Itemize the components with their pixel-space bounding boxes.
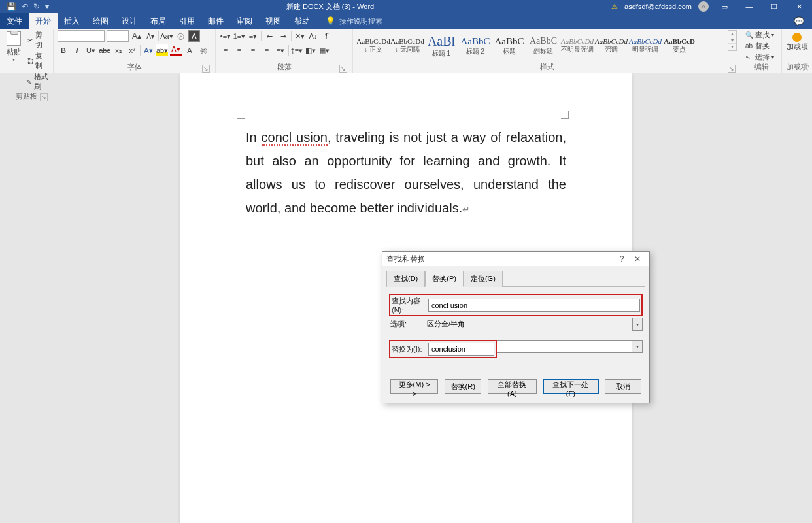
font-family-select[interactable] (58, 30, 105, 42)
tab-layout[interactable]: 布局 (144, 13, 173, 29)
collapse-ribbon-icon[interactable]: ˄ (806, 64, 809, 71)
style-heading2[interactable]: AaBbC标题 2 (459, 30, 492, 61)
dialog-launcher-icon[interactable]: ↘ (202, 65, 210, 73)
chevron-up-icon[interactable]: ▴ (728, 31, 736, 37)
find-next-button[interactable]: 查找下一处(F) (543, 379, 598, 394)
align-left-button[interactable]: ≡ (220, 44, 231, 56)
font-color-button[interactable]: A▾ (170, 44, 182, 56)
format-painter-button[interactable]: ✎格式刷 (26, 72, 49, 92)
replace-button[interactable]: ab替换 (745, 41, 770, 51)
comments-icon[interactable]: 💬 (786, 13, 812, 29)
paste-button[interactable]: 粘贴 ▾ (4, 30, 24, 64)
bullets-button[interactable]: •≡▾ (220, 30, 231, 42)
enclose-characters-button[interactable]: ㊕ (197, 44, 209, 56)
asian-layout-button[interactable]: ✕▾ (294, 30, 305, 42)
spelling-error[interactable]: concl usion (262, 130, 328, 146)
phonetic-guide-button[interactable]: ㋐ (175, 30, 186, 42)
dialog-launcher-icon[interactable]: ↘ (40, 93, 48, 101)
subscript-button[interactable]: x₂ (112, 44, 124, 56)
line-spacing-button[interactable]: ‡≡▾ (291, 44, 303, 56)
text-effects-button[interactable]: A▾ (143, 44, 154, 56)
save-icon[interactable]: 💾 (7, 2, 16, 11)
tab-design[interactable]: 设计 (115, 13, 144, 29)
replace-all-button[interactable]: 全部替换(A) (488, 379, 536, 394)
tab-draw[interactable]: 绘图 (86, 13, 115, 29)
close-icon[interactable]: ✕ (630, 254, 645, 263)
show-marks-button[interactable]: ¶ (321, 30, 333, 42)
maximize-button[interactable]: ☐ (765, 3, 783, 11)
multilevel-list-button[interactable]: ≡▾ (247, 30, 259, 42)
character-border-button[interactable]: A (188, 30, 200, 42)
tell-me-search[interactable]: 💡 操作说明搜索 (316, 13, 382, 29)
dialog-launcher-icon[interactable]: ↘ (728, 65, 736, 73)
align-center-button[interactable]: ≡ (233, 44, 245, 56)
find-what-input[interactable] (428, 299, 640, 312)
select-button[interactable]: ↖选择▾ (745, 52, 774, 62)
shading-button[interactable]: ◧▾ (305, 44, 316, 56)
chevron-down-icon[interactable]: ▾ (728, 37, 736, 44)
sort-button[interactable]: A↓ (307, 30, 319, 42)
styles-more-icon[interactable]: ▾ (728, 44, 736, 50)
justify-button[interactable]: ≡ (261, 44, 273, 56)
bold-button[interactable]: B (58, 44, 69, 56)
undo-icon[interactable]: ↶ (22, 2, 28, 11)
avatar[interactable]: A (698, 1, 709, 12)
borders-button[interactable]: ▦▾ (318, 44, 330, 56)
character-shading-button[interactable]: A (184, 44, 195, 56)
tab-goto[interactable]: 定位(G) (464, 271, 503, 287)
decrease-indent-button[interactable]: ⇤ (263, 30, 275, 42)
italic-button[interactable]: I (71, 44, 83, 56)
font-size-select[interactable] (107, 30, 129, 42)
tab-references[interactable]: 引用 (173, 13, 201, 29)
style-strong[interactable]: AaBbCcD要点 (663, 30, 696, 61)
change-case-button[interactable]: Aa▾ (161, 30, 173, 42)
style-normal[interactable]: AaBbCcDd↓ 正文 (357, 30, 390, 61)
cancel-button[interactable]: 取消 (605, 379, 641, 394)
paragraph[interactable]: In concl usion, traveling is not just a … (246, 126, 566, 220)
superscript-button[interactable]: x² (126, 44, 138, 56)
strikethrough-button[interactable]: abc (99, 44, 110, 56)
tab-view[interactable]: 视图 (259, 13, 288, 29)
tab-file[interactable]: 文件 (0, 13, 29, 29)
minimize-button[interactable]: ― (740, 3, 758, 10)
redo-icon[interactable]: ↻ (33, 2, 40, 11)
styles-gallery[interactable]: AaBbCcDd↓ 正文 AaBbCcDd↓ 无间隔 AaBl标题 1 AaBb… (357, 30, 725, 61)
help-button[interactable]: ? (614, 254, 630, 263)
align-right-button[interactable]: ≡ (247, 44, 259, 56)
highlight-button[interactable]: ab▾ (156, 44, 168, 56)
style-subtle-emphasis[interactable]: AaBbCcDd不明显强调 (561, 30, 594, 61)
grow-font-button[interactable]: A▴ (131, 30, 143, 42)
addin-icon[interactable] (792, 33, 802, 42)
style-heading1[interactable]: AaBl标题 1 (425, 30, 458, 61)
style-intense-emphasis[interactable]: AaBbCcDd明显强调 (629, 30, 662, 61)
tab-find[interactable]: 查找(D) (386, 271, 425, 287)
chevron-down-icon[interactable]: ▾ (632, 340, 643, 353)
tab-mailings[interactable]: 邮件 (201, 13, 230, 29)
increase-indent-button[interactable]: ⇥ (277, 30, 289, 42)
cut-button[interactable]: ✂剪切 (26, 30, 49, 50)
replace-with-input-ext[interactable] (497, 340, 632, 353)
numbering-button[interactable]: 1≡▾ (233, 30, 245, 42)
more-button[interactable]: 更多(M) > > (390, 379, 438, 394)
find-button[interactable]: 🔍查找▾ (745, 30, 774, 40)
warning-icon[interactable]: ⚠ (611, 3, 618, 11)
tab-help[interactable]: 帮助 (288, 13, 316, 29)
style-emphasis[interactable]: AaBbCcDd强调 (595, 30, 628, 61)
ribbon-display-icon[interactable]: ▭ (715, 3, 734, 11)
replace-button[interactable]: 替换(R) (445, 379, 481, 394)
style-title[interactable]: AaBbC标题 (493, 30, 526, 61)
chevron-down-icon[interactable]: ▾ (632, 318, 643, 331)
dialog-launcher-icon[interactable]: ↘ (339, 65, 347, 73)
style-subtitle[interactable]: AaBbC副标题 (527, 30, 560, 61)
tab-home[interactable]: 开始 (29, 13, 58, 29)
style-no-spacing[interactable]: AaBbCcDd↓ 无间隔 (391, 30, 424, 61)
styles-scroll[interactable]: ▴▾▾ (728, 30, 737, 51)
account-email[interactable]: asdfsdf@afdssd.com (624, 3, 692, 10)
underline-button[interactable]: U▾ (85, 44, 97, 56)
close-button[interactable]: ✕ (790, 3, 808, 11)
shrink-font-button[interactable]: A▾ (144, 30, 156, 42)
copy-button[interactable]: ⿻复制 (26, 51, 49, 71)
dialog-titlebar[interactable]: 查找和替换 ? ✕ (382, 252, 649, 266)
tab-review[interactable]: 审阅 (230, 13, 259, 29)
tab-insert[interactable]: 插入 (58, 13, 86, 29)
